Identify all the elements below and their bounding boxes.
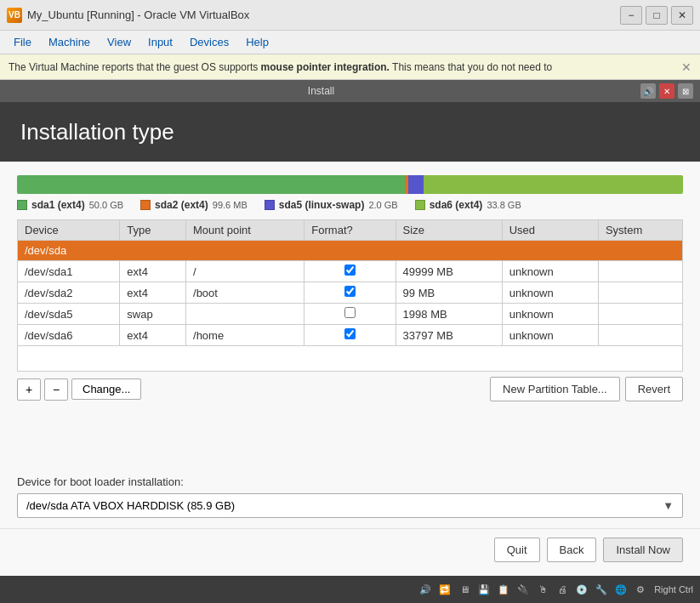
table-actions: + − Change... New Partition Table... Rev… [17, 372, 683, 407]
sb-icon-storage[interactable]: 💾 [475, 581, 492, 598]
add-partition-button[interactable]: + [17, 378, 41, 401]
sb-icon-tools[interactable]: 🔧 [593, 581, 610, 598]
sb-icon-clipboard[interactable]: 📋 [495, 581, 512, 598]
partition-bar-sda5 [408, 175, 424, 194]
sb-icon-usb[interactable]: 🔌 [515, 581, 532, 598]
titlebar-title: My_Ubuntu [Running] - Oracle VM VirtualB… [27, 9, 249, 21]
col-system: System [598, 220, 682, 241]
row-mount: /boot [186, 282, 304, 304]
row-system [598, 261, 682, 282]
row-device: /dev/sda5 [18, 304, 120, 325]
col-used: Used [502, 220, 598, 241]
row-system [598, 325, 682, 346]
table-header-row: Device Type Mount point Format? Size Use… [18, 220, 683, 241]
partition-table: Device Type Mount point Format? Size Use… [17, 219, 683, 372]
back-button[interactable]: Back [547, 538, 597, 562]
table-row[interactable]: /dev/sda1 ext4 / 49999 MB unknown [18, 261, 683, 282]
menu-machine[interactable]: Machine [42, 33, 97, 51]
col-mount: Mount point [186, 220, 304, 241]
partition-bar-sda1 [17, 175, 405, 194]
row-used: unknown [502, 282, 598, 304]
col-type: Type [120, 220, 186, 241]
table-row[interactable]: /dev/sda [18, 241, 683, 261]
sb-icon-wifi[interactable]: 🔁 [436, 581, 453, 598]
format-checkbox[interactable] [344, 265, 356, 276]
sb-icon-settings[interactable]: ⚙ [632, 581, 649, 598]
row-format [304, 261, 396, 282]
statusbar: 🔊 🔁 🖥 💾 📋 🔌 🖱 🖨 💿 🔧 🌐 ⚙ Right Ctrl [0, 576, 700, 603]
vm-close-icon[interactable]: ✕ [659, 83, 674, 99]
notification-text: The Virtual Machine reports that the gue… [9, 61, 674, 73]
row-format [304, 304, 396, 325]
row-type: ext4 [120, 325, 186, 346]
row-type: ext4 [120, 261, 186, 282]
change-partition-button[interactable]: Change... [71, 378, 141, 400]
table-row[interactable]: /dev/sda5 swap 1998 MB unknown [18, 304, 683, 325]
sb-icon-network[interactable]: 🔊 [417, 581, 434, 598]
menu-view[interactable]: View [100, 33, 138, 51]
table-row[interactable]: /dev/sda6 ext4 /home 33797 MB unknown [18, 325, 683, 346]
right-ctrl-label: Right Ctrl [654, 584, 693, 594]
vm-toolbar-center: Install [7, 85, 635, 97]
maximize-button[interactable]: □ [646, 6, 668, 25]
row-mount: /home [186, 325, 304, 346]
row-used: unknown [502, 304, 598, 325]
dropdown-arrow-icon: ▼ [663, 499, 674, 512]
menu-file[interactable]: File [7, 33, 38, 51]
legend-size-sda6: 33.8 GB [487, 200, 521, 210]
sb-icon-display[interactable]: 🖥 [456, 581, 473, 598]
format-checkbox[interactable] [344, 328, 356, 339]
new-partition-table-button[interactable]: New Partition Table... [490, 377, 620, 401]
main-window: VB My_Ubuntu [Running] - Oracle VM Virtu… [0, 0, 700, 603]
legend-sda5: sda5 (linux-swap) 2.0 GB [265, 199, 398, 211]
table-row[interactable]: /dev/sda2 ext4 /boot 99 MB unknown [18, 282, 683, 304]
legend-color-sda6 [415, 200, 425, 210]
row-format [304, 282, 396, 304]
row-type: ext4 [120, 282, 186, 304]
menu-devices[interactable]: Devices [183, 33, 236, 51]
format-checkbox[interactable] [344, 307, 356, 318]
quit-button[interactable]: Quit [494, 538, 540, 562]
sb-icon-printer[interactable]: 🖨 [554, 581, 571, 598]
statusbar-icons: 🔊 🔁 🖥 💾 📋 🔌 🖱 🖨 💿 🔧 🌐 ⚙ [417, 581, 649, 598]
row-mount [186, 304, 304, 325]
legend-sda2: sda2 (ext4) 99.6 MB [140, 199, 248, 211]
vm-audio-icon[interactable]: 🔊 [640, 83, 656, 99]
sb-icon-globe[interactable]: 🌐 [612, 581, 629, 598]
install-now-button[interactable]: Install Now [603, 538, 683, 562]
vm-resize-icon[interactable]: ⊠ [678, 83, 693, 99]
sb-icon-disk[interactable]: 💿 [573, 581, 590, 598]
content-area: sda1 (ext4) 50.0 GB sda2 (ext4) 99.6 MB … [0, 162, 700, 576]
menu-input[interactable]: Input [141, 33, 179, 51]
bootloader-select[interactable]: /dev/sda ATA VBOX HARDDISK (85.9 GB) ▼ [17, 493, 683, 518]
revert-button[interactable]: Revert [625, 377, 683, 401]
row-type: swap [120, 304, 186, 325]
col-format: Format? [304, 220, 396, 241]
row-size: 99 MB [396, 282, 502, 304]
page-title: Installation type [20, 119, 174, 145]
titlebar: VB My_Ubuntu [Running] - Oracle VM Virtu… [0, 0, 700, 31]
sb-icon-mouse[interactable]: 🖱 [534, 581, 551, 598]
menu-help[interactable]: Help [239, 33, 276, 51]
close-button[interactable]: ✕ [671, 6, 693, 25]
col-size: Size [396, 220, 502, 241]
remove-partition-button[interactable]: − [44, 378, 68, 401]
app-icon: VB [7, 8, 22, 23]
row-size: 49999 MB [396, 261, 502, 282]
minimize-button[interactable]: − [620, 6, 642, 25]
notification-close[interactable]: ✕ [681, 60, 691, 74]
legend-size-sda5: 2.0 GB [368, 200, 397, 210]
main-content: sda1 (ext4) 50.0 GB sda2 (ext4) 99.6 MB … [0, 162, 700, 469]
col-device: Device [18, 220, 120, 241]
table-actions-right: New Partition Table... Revert [490, 377, 683, 401]
titlebar-left: VB My_Ubuntu [Running] - Oracle VM Virtu… [7, 8, 249, 23]
legend-color-sda5 [265, 200, 275, 210]
row-mount: / [186, 261, 304, 282]
row-used: unknown [502, 325, 598, 346]
row-format [304, 325, 396, 346]
legend-color-sda2 [140, 200, 151, 210]
vm-install-label: Install [308, 85, 334, 97]
format-checkbox[interactable] [344, 286, 356, 297]
install-header: Installation type [0, 102, 700, 162]
legend-size-sda1: 50.0 GB [89, 200, 123, 210]
